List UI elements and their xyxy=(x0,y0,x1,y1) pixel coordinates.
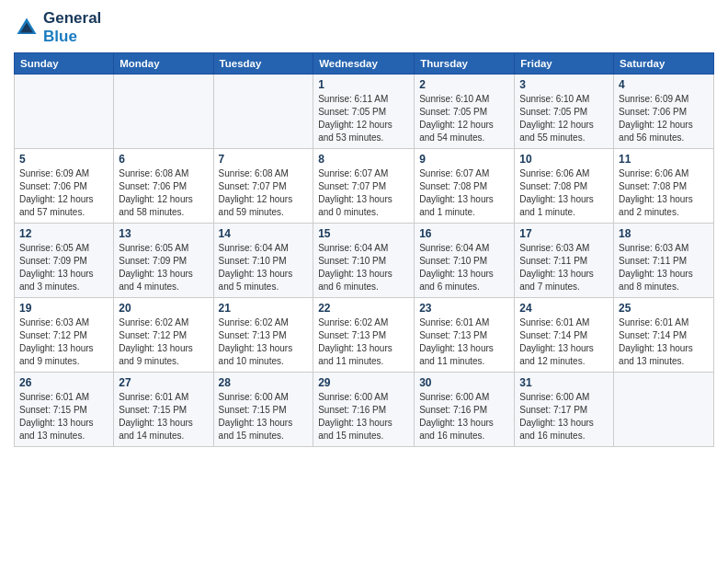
calendar-week-row: 26Sunrise: 6:01 AMSunset: 7:15 PMDayligh… xyxy=(15,373,714,447)
day-number: 15 xyxy=(318,227,409,240)
calendar-cell: 21Sunrise: 6:02 AMSunset: 7:13 PMDayligh… xyxy=(213,298,313,373)
day-info: Sunrise: 6:00 AMSunset: 7:15 PMDaylight:… xyxy=(219,391,309,442)
day-number: 14 xyxy=(219,227,309,240)
day-number: 7 xyxy=(219,153,309,166)
day-info: Sunrise: 6:07 AMSunset: 7:08 PMDaylight:… xyxy=(419,167,509,219)
day-number: 8 xyxy=(318,153,409,166)
logo: General Blue xyxy=(14,9,101,45)
day-info: Sunrise: 6:06 AMSunset: 7:08 PMDaylight:… xyxy=(619,167,709,219)
calendar-cell: 14Sunrise: 6:04 AMSunset: 7:10 PMDayligh… xyxy=(213,224,313,298)
calendar-cell: 28Sunrise: 6:00 AMSunset: 7:15 PMDayligh… xyxy=(213,373,313,447)
weekday-header-tuesday: Tuesday xyxy=(213,53,313,75)
weekday-header-saturday: Saturday xyxy=(614,53,714,75)
calendar-cell: 19Sunrise: 6:03 AMSunset: 7:12 PMDayligh… xyxy=(15,298,114,373)
logo-text: General Blue xyxy=(43,9,101,45)
weekday-header-monday: Monday xyxy=(114,53,213,75)
day-info: Sunrise: 6:04 AMSunset: 7:10 PMDaylight:… xyxy=(318,242,409,293)
day-number: 11 xyxy=(619,153,709,166)
calendar-table: SundayMondayTuesdayWednesdayThursdayFrid… xyxy=(14,52,714,447)
day-info: Sunrise: 6:10 AMSunset: 7:05 PMDaylight:… xyxy=(519,93,609,144)
day-number: 3 xyxy=(519,78,609,91)
day-number: 9 xyxy=(419,153,509,166)
day-info: Sunrise: 6:01 AMSunset: 7:13 PMDaylight:… xyxy=(419,316,509,368)
day-number: 2 xyxy=(419,78,509,91)
day-number: 5 xyxy=(19,153,108,166)
day-info: Sunrise: 6:04 AMSunset: 7:10 PMDaylight:… xyxy=(219,242,309,293)
day-number: 28 xyxy=(219,376,309,389)
calendar-cell: 31Sunrise: 6:00 AMSunset: 7:17 PMDayligh… xyxy=(515,373,614,447)
day-info: Sunrise: 6:09 AMSunset: 7:06 PMDaylight:… xyxy=(619,93,709,144)
day-info: Sunrise: 6:01 AMSunset: 7:14 PMDaylight:… xyxy=(619,316,709,368)
calendar-cell: 12Sunrise: 6:05 AMSunset: 7:09 PMDayligh… xyxy=(15,224,114,298)
calendar-cell: 26Sunrise: 6:01 AMSunset: 7:15 PMDayligh… xyxy=(15,373,114,447)
day-number: 31 xyxy=(519,376,609,389)
calendar-cell: 1Sunrise: 6:11 AMSunset: 7:05 PMDaylight… xyxy=(313,75,415,149)
calendar-cell: 6Sunrise: 6:08 AMSunset: 7:06 PMDaylight… xyxy=(114,149,213,224)
day-info: Sunrise: 6:03 AMSunset: 7:11 PMDaylight:… xyxy=(519,242,609,293)
calendar-cell: 2Sunrise: 6:10 AMSunset: 7:05 PMDaylight… xyxy=(415,75,515,149)
calendar-week-row: 1Sunrise: 6:11 AMSunset: 7:05 PMDaylight… xyxy=(15,75,714,149)
calendar-cell xyxy=(114,75,213,149)
calendar-cell: 25Sunrise: 6:01 AMSunset: 7:14 PMDayligh… xyxy=(614,298,714,373)
day-info: Sunrise: 6:05 AMSunset: 7:09 PMDaylight:… xyxy=(119,242,208,293)
calendar-cell: 7Sunrise: 6:08 AMSunset: 7:07 PMDaylight… xyxy=(213,149,313,224)
day-number: 21 xyxy=(219,302,309,315)
day-info: Sunrise: 6:00 AMSunset: 7:16 PMDaylight:… xyxy=(419,391,509,442)
weekday-header-thursday: Thursday xyxy=(415,53,515,75)
day-number: 20 xyxy=(119,302,208,315)
day-number: 26 xyxy=(19,376,108,389)
day-info: Sunrise: 6:11 AMSunset: 7:05 PMDaylight:… xyxy=(318,93,409,144)
weekday-header-friday: Friday xyxy=(515,53,614,75)
weekday-header-wednesday: Wednesday xyxy=(313,53,415,75)
day-number: 13 xyxy=(119,227,208,240)
calendar-cell: 11Sunrise: 6:06 AMSunset: 7:08 PMDayligh… xyxy=(614,149,714,224)
calendar-cell xyxy=(213,75,313,149)
day-info: Sunrise: 6:04 AMSunset: 7:10 PMDaylight:… xyxy=(419,242,509,293)
calendar-cell: 16Sunrise: 6:04 AMSunset: 7:10 PMDayligh… xyxy=(415,224,515,298)
calendar-cell: 8Sunrise: 6:07 AMSunset: 7:07 PMDaylight… xyxy=(313,149,415,224)
day-info: Sunrise: 6:07 AMSunset: 7:07 PMDaylight:… xyxy=(318,167,409,219)
day-number: 30 xyxy=(419,376,509,389)
day-number: 19 xyxy=(19,302,108,315)
calendar-cell: 3Sunrise: 6:10 AMSunset: 7:05 PMDaylight… xyxy=(515,75,614,149)
logo-icon xyxy=(14,15,40,40)
day-number: 22 xyxy=(318,302,409,315)
day-info: Sunrise: 6:01 AMSunset: 7:14 PMDaylight:… xyxy=(519,316,609,368)
calendar-cell: 22Sunrise: 6:02 AMSunset: 7:13 PMDayligh… xyxy=(313,298,415,373)
day-number: 6 xyxy=(119,153,208,166)
day-info: Sunrise: 6:01 AMSunset: 7:15 PMDaylight:… xyxy=(19,391,108,442)
calendar-week-row: 19Sunrise: 6:03 AMSunset: 7:12 PMDayligh… xyxy=(15,298,714,373)
day-info: Sunrise: 6:08 AMSunset: 7:07 PMDaylight:… xyxy=(219,167,309,219)
calendar-cell: 23Sunrise: 6:01 AMSunset: 7:13 PMDayligh… xyxy=(415,298,515,373)
day-info: Sunrise: 6:00 AMSunset: 7:16 PMDaylight:… xyxy=(318,391,409,442)
day-number: 16 xyxy=(419,227,509,240)
calendar-week-row: 5Sunrise: 6:09 AMSunset: 7:06 PMDaylight… xyxy=(15,149,714,224)
day-info: Sunrise: 6:05 AMSunset: 7:09 PMDaylight:… xyxy=(19,242,108,293)
calendar-cell: 10Sunrise: 6:06 AMSunset: 7:08 PMDayligh… xyxy=(515,149,614,224)
calendar-cell: 5Sunrise: 6:09 AMSunset: 7:06 PMDaylight… xyxy=(15,149,114,224)
day-info: Sunrise: 6:00 AMSunset: 7:17 PMDaylight:… xyxy=(519,391,609,442)
day-info: Sunrise: 6:02 AMSunset: 7:13 PMDaylight:… xyxy=(219,316,309,368)
day-number: 12 xyxy=(19,227,108,240)
calendar-cell: 29Sunrise: 6:00 AMSunset: 7:16 PMDayligh… xyxy=(313,373,415,447)
calendar-cell: 30Sunrise: 6:00 AMSunset: 7:16 PMDayligh… xyxy=(415,373,515,447)
weekday-header-row: SundayMondayTuesdayWednesdayThursdayFrid… xyxy=(15,53,714,75)
day-number: 29 xyxy=(318,376,409,389)
calendar-cell xyxy=(15,75,114,149)
calendar-week-row: 12Sunrise: 6:05 AMSunset: 7:09 PMDayligh… xyxy=(15,224,714,298)
day-info: Sunrise: 6:03 AMSunset: 7:11 PMDaylight:… xyxy=(619,242,709,293)
weekday-header-sunday: Sunday xyxy=(15,53,114,75)
calendar-cell: 13Sunrise: 6:05 AMSunset: 7:09 PMDayligh… xyxy=(114,224,213,298)
day-info: Sunrise: 6:10 AMSunset: 7:05 PMDaylight:… xyxy=(419,93,509,144)
calendar-cell: 9Sunrise: 6:07 AMSunset: 7:08 PMDaylight… xyxy=(415,149,515,224)
day-info: Sunrise: 6:02 AMSunset: 7:13 PMDaylight:… xyxy=(318,316,409,368)
day-number: 24 xyxy=(519,302,609,315)
day-info: Sunrise: 6:02 AMSunset: 7:12 PMDaylight:… xyxy=(119,316,208,368)
day-info: Sunrise: 6:09 AMSunset: 7:06 PMDaylight:… xyxy=(19,167,108,219)
day-number: 4 xyxy=(619,78,709,91)
calendar-cell: 20Sunrise: 6:02 AMSunset: 7:12 PMDayligh… xyxy=(114,298,213,373)
calendar-cell xyxy=(614,373,714,447)
calendar-cell: 17Sunrise: 6:03 AMSunset: 7:11 PMDayligh… xyxy=(515,224,614,298)
calendar-cell: 27Sunrise: 6:01 AMSunset: 7:15 PMDayligh… xyxy=(114,373,213,447)
day-number: 1 xyxy=(318,78,409,91)
